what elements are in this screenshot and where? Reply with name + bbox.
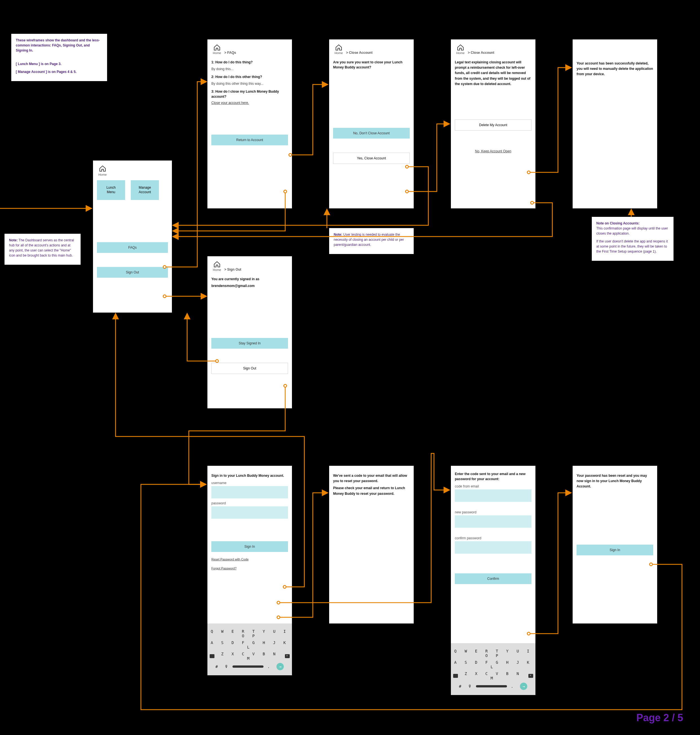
close-legal-text: Legal text explaining closing account wi… [455,60,531,87]
kb-row1: Q W E R T Y U I O P [210,629,290,638]
kb-row3: Z X C V B N M [217,651,282,661]
signout-button[interactable]: Sign Out [97,267,168,278]
screen-signin: Sign in to your Lunch Buddy Money accoun… [207,466,292,624]
tile-manage-account[interactable]: Manage Account [131,180,159,200]
username-input[interactable] [211,486,288,499]
go-button[interactable]: → [276,663,284,670]
confirm-button[interactable]: Confirm [455,574,531,584]
spacebar[interactable] [476,685,507,687]
home-button[interactable]: Home [333,44,344,55]
home-label: Home [213,268,221,271]
close-account-link-label: Close your account here. [211,101,249,105]
backspace-icon[interactable] [528,674,533,678]
close-confirm-prompt: Are you sure you want to close your Lunc… [333,60,410,70]
return-to-account-button[interactable]: Return to Account [211,135,288,145]
note-intro-line2: [ Lunch Menu ] is on Page 3. [16,62,62,66]
reset-password-code-label: Reset Password with Code [211,557,249,561]
signout-confirm-button[interactable]: Sign Out [211,363,288,374]
home-icon [213,261,221,267]
reset-password-code-link[interactable]: Reset Password with Code [211,557,288,561]
yes-close-button[interactable]: Yes, Close Account [333,153,410,164]
screen-signout: Home > Sign Out You are currently signed… [207,256,292,408]
page-number: Page 2 / 5 [636,712,683,724]
mic-icon[interactable]: 🎙 [468,684,472,688]
home-icon [213,44,221,51]
mic-icon[interactable]: 🎙 [225,664,228,669]
forgot-password-label: Forgot Password? [211,566,237,570]
home-icon [99,165,106,172]
screen-code-sent: We've sent a code to your email that wil… [329,466,414,624]
kb-row3: Z X C V B N M [461,671,526,680]
kb-hash[interactable]: # [459,684,464,688]
no-dont-close-label: No, Don't Close Account [353,131,390,135]
home-label: Home [213,51,221,55]
note-dashboard-text: The Dashboard serves as the central hub … [9,238,74,257]
note-usertesting: Note: User testing is needed to evaluate… [329,228,414,254]
reset-done-signin-button[interactable]: Sign In [576,545,653,555]
signout-line1: You are currently signed in as [211,277,288,282]
home-button[interactable]: Home [211,44,223,55]
confirmpassword-input[interactable] [455,541,531,554]
screen-dashboard: Home Lunch Menu Manage Account FAQs Sign… [93,160,172,312]
stay-signed-in-label: Stay Signed In [239,341,261,345]
screen-new-password: Enter the code sent to your email and a … [451,466,535,643]
no-dont-close-button[interactable]: No, Don't Close Account [333,128,410,139]
forgot-password-link[interactable]: Forgot Password? [211,566,288,570]
signin-button[interactable]: Sign In [211,541,288,552]
note-dashboard: Note: The Dashboard serves as the centra… [4,234,81,265]
newpassword-label: new password [455,510,531,514]
reset-done-signin-label: Sign In [610,548,620,552]
note-closing-p1: This confirmation page will display unti… [596,226,668,235]
breadcrumb: > Close Account [346,51,372,55]
tile-lunch-menu[interactable]: Lunch Menu [97,180,125,200]
home-button[interactable]: Home [211,261,223,271]
spacebar[interactable] [232,665,263,668]
home-button[interactable]: Home [97,165,108,176]
go-button[interactable]: → [520,683,527,690]
confirmpassword-label: confirm password [455,536,531,540]
newpassword-input[interactable] [455,515,531,528]
breadcrumb: > Sign Out [224,267,241,271]
backspace-icon[interactable] [285,654,290,658]
stay-signed-in-button[interactable]: Stay Signed In [211,338,288,349]
shift-icon[interactable] [453,674,458,678]
kb-hash[interactable]: # [216,664,221,669]
screen-faqs: Home > FAQs 1: How do I do this thing? B… [207,40,292,208]
note-usertesting-text: User testing is needed to evaluate the n… [334,233,404,247]
faq-a2: By doing this other thing this way... [211,81,288,86]
shift-icon[interactable] [210,654,215,658]
note-intro-line1: These wireframes show the dashboard and … [16,38,100,52]
home-label: Home [456,51,465,55]
home-icon [335,44,343,51]
code-input[interactable] [455,489,531,502]
close-account-link[interactable]: Close your account here. [211,101,288,105]
tile-manage-label: Manage Account [139,186,151,194]
confirm-button-label: Confirm [487,577,499,581]
delete-my-account-button[interactable]: Delete My Account [455,119,531,131]
kb-dot[interactable]: . [268,664,272,669]
keep-account-open-link[interactable]: No, Keep Account Open [455,149,531,153]
note-intro: These wireframes show the dashboard and … [11,34,107,81]
kb-dot[interactable]: . [511,684,516,688]
page-number-label: Page 2 / 5 [636,712,683,723]
username-label: username [211,481,288,485]
tile-lunch-label: Lunch Menu [106,186,116,194]
note-intro-line3: [ Manage Account ] is on Pages 4 & 5. [16,70,76,74]
note-closing-p2: If the user doesn't delete the app and r… [596,239,668,254]
keyboard[interactable]: Q W E R T Y U I O P A S D F G H J K L Z … [207,624,292,675]
signout-button-label: Sign Out [126,270,139,274]
faqs-button[interactable]: FAQs [97,242,168,253]
delete-my-account-label: Delete My Account [479,123,507,127]
close-done-text: Your account has been successfully delet… [576,61,653,77]
signout-confirm-label: Sign Out [243,366,256,370]
screen-close-confirm: Home > Close Account Are you sure you wa… [329,40,414,208]
home-icon [457,44,464,51]
screen-close-done: Your account has been successfully delet… [573,40,657,208]
screen-close-legal: Home > Close Account Legal text explaini… [451,40,535,208]
home-button[interactable]: Home [455,44,466,55]
reset-done-text: Your password has been reset and you may… [576,473,653,489]
password-input[interactable] [211,506,288,519]
return-to-account-label: Return to Account [236,138,263,142]
faq-q1: 1: How do I do this thing? [211,60,288,65]
keyboard[interactable]: Q W E R T Y U I O P A S D F G H J K L Z … [451,643,535,695]
